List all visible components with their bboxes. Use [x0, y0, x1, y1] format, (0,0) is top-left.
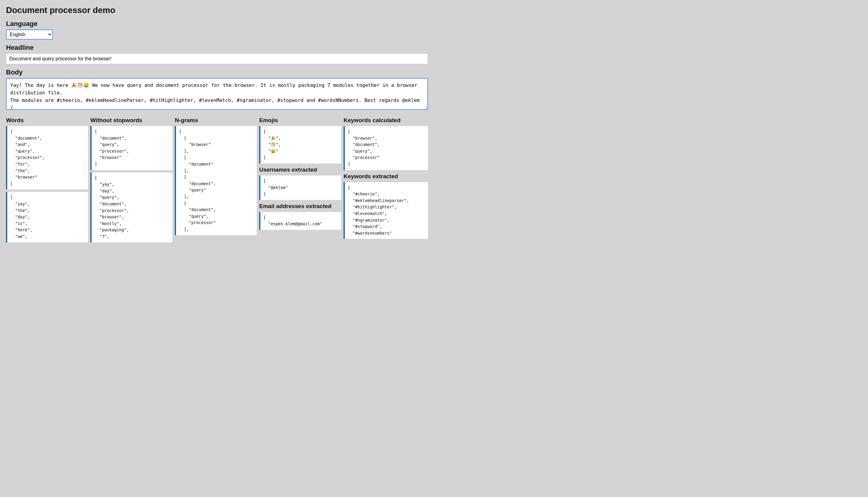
language-section: Language English Spanish French German	[6, 20, 428, 40]
ngrams-title: N-grams	[175, 117, 257, 124]
body-section: Body Yay! The day is here 🎉🎊😀 We now hav…	[6, 69, 428, 111]
without-stopwords-title: Without stopwords	[90, 117, 172, 124]
emojis-block-1: [ "🎉", "🎊", "😀" ]	[259, 126, 341, 164]
emails-block-1: [ "espen.klem@gmail.com"	[259, 212, 341, 230]
language-label: Language	[6, 20, 428, 28]
keywords-calculated-title: Keywords calculated	[343, 117, 428, 124]
usernames-title: Usernames extracted	[259, 167, 341, 173]
headline-section: Headline	[6, 44, 428, 64]
words-column: Words [ "document", "and", "query", "pro…	[6, 117, 90, 245]
emojis-column: Emojis [ "🎉", "🎊", "😀" ] Usernames extra…	[259, 117, 343, 245]
page-title: Document processor demo	[6, 5, 428, 15]
words-block-2: [ "yay", "the", "day", "is", "here", "we…	[6, 192, 88, 242]
emojis-title: Emojis	[259, 117, 341, 124]
headline-label: Headline	[6, 44, 428, 52]
ngrams-block-1: [ [ "browser" ], [ "document" ], [ "docu…	[175, 126, 257, 235]
body-label: Body	[6, 69, 428, 76]
emails-title: Email addresses extracted	[259, 203, 341, 210]
without-stopwords-column: Without stopwords [ "document", "query",…	[90, 117, 175, 245]
without-stopwords-block-1: [ "document", "query", "processor", "bro…	[90, 126, 172, 170]
usernames-block-1: [ "@eklem" ]	[259, 175, 341, 200]
results-grid: Words [ "document", "and", "query", "pro…	[6, 117, 428, 245]
keywords-extracted-title: Keywords extracted	[343, 173, 428, 180]
ngrams-column: N-grams [ [ "browser" ], [ "document" ],…	[175, 117, 259, 245]
keywords-extracted-block-1: [ "#cheerio", "#eklemheadlineparser", "#…	[343, 182, 428, 239]
keywords-column: Keywords calculated [ "browser", "docume…	[343, 117, 428, 245]
without-stopwords-block-2: [ "yay", "day", "query", "document", "pr…	[90, 172, 172, 242]
keywords-calculated-block-1: [ "browser", "document", "query", "proce…	[343, 126, 428, 170]
body-textarea[interactable]: Yay! The day is here 🎉🎊😀 We now have que…	[6, 78, 428, 110]
headline-input[interactable]	[6, 53, 428, 64]
words-title: Words	[6, 117, 88, 124]
language-select[interactable]: English Spanish French German	[6, 30, 53, 40]
words-block-1: [ "document", "and", "query", "processor…	[6, 126, 88, 189]
